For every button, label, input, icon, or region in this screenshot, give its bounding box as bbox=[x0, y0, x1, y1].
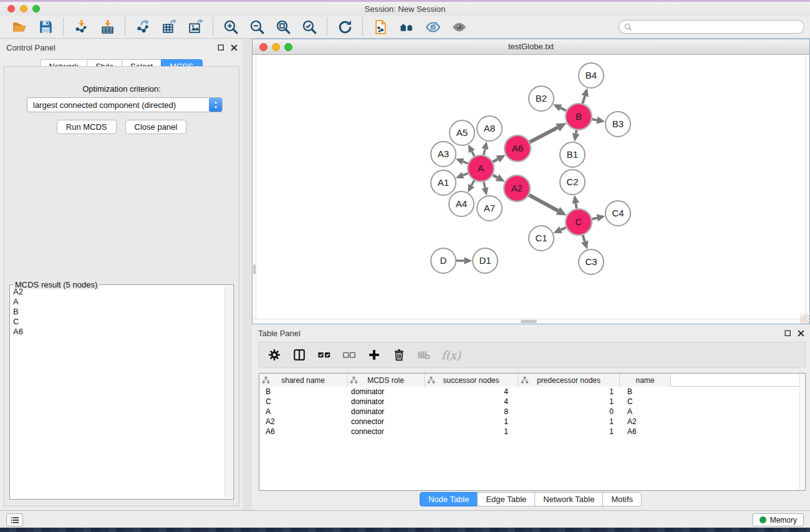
node-B1[interactable]: B1 bbox=[560, 142, 585, 167]
node-D1[interactable]: D1 bbox=[473, 248, 498, 273]
mcds-result-item[interactable]: C bbox=[11, 317, 224, 327]
table-row[interactable]: Cdominator41C bbox=[259, 397, 805, 407]
edge-C-C2[interactable] bbox=[576, 203, 576, 208]
edge-B-B1[interactable] bbox=[576, 130, 577, 134]
node-B[interactable]: B bbox=[566, 104, 592, 130]
task-history-button[interactable] bbox=[6, 513, 23, 526]
zoom-out-button[interactable] bbox=[244, 17, 270, 37]
node-A8[interactable]: A8 bbox=[477, 116, 502, 141]
close-panel-icon[interactable] bbox=[230, 43, 238, 51]
column-header-shared-name[interactable]: shared name bbox=[259, 374, 347, 387]
mcds-result-item[interactable]: A6 bbox=[11, 327, 224, 337]
search-input[interactable] bbox=[635, 21, 804, 32]
edge-C-C1[interactable] bbox=[561, 228, 566, 230]
columns-button[interactable] bbox=[289, 345, 309, 365]
memory-button[interactable]: Memory bbox=[753, 513, 804, 526]
edge-B-B4[interactable] bbox=[582, 96, 585, 104]
node-B4[interactable]: B4 bbox=[579, 63, 604, 88]
save-session-button[interactable] bbox=[32, 17, 59, 37]
edge-A-A7[interactable] bbox=[484, 181, 485, 188]
edge-C-C3[interactable] bbox=[583, 235, 585, 241]
tab-node-table[interactable]: Node Table bbox=[420, 492, 478, 506]
float-panel-icon[interactable] bbox=[217, 43, 225, 51]
edge-A6-B[interactable] bbox=[530, 127, 558, 142]
maximize-window-button[interactable] bbox=[32, 5, 40, 12]
edge-A-A3[interactable] bbox=[463, 162, 468, 163]
right-scrollbar-track[interactable] bbox=[805, 55, 809, 319]
mcds-result-item[interactable]: A bbox=[11, 297, 224, 307]
export-network-button[interactable] bbox=[130, 17, 156, 37]
node-B2[interactable]: B2 bbox=[529, 86, 554, 111]
edge-A-A4[interactable] bbox=[471, 180, 474, 185]
table-row[interactable]: Bdominator41B bbox=[259, 387, 805, 397]
column-header-MCDS-role[interactable]: MCDS role bbox=[347, 374, 425, 387]
open-file-button[interactable] bbox=[6, 17, 32, 37]
tab-network-table[interactable]: Network Table bbox=[534, 492, 603, 506]
edge-B-B3[interactable] bbox=[592, 119, 597, 120]
tab-edge-table[interactable]: Edge Table bbox=[477, 492, 535, 506]
run-mcds-button[interactable]: Run MCDS bbox=[57, 120, 117, 134]
node-A4[interactable]: A4 bbox=[449, 191, 474, 216]
node-A5[interactable]: A5 bbox=[450, 120, 475, 145]
node-A2[interactable]: A2 bbox=[504, 175, 530, 201]
network-document-button[interactable] bbox=[367, 17, 393, 37]
show-eye-button[interactable] bbox=[446, 17, 472, 37]
panel-splitter[interactable] bbox=[243, 39, 252, 510]
left-scrollbar-track[interactable] bbox=[253, 55, 256, 319]
minimize-window-button[interactable] bbox=[20, 5, 27, 12]
node-C3[interactable]: C3 bbox=[579, 249, 604, 274]
edge-A-A2[interactable] bbox=[493, 175, 497, 178]
edge-C-C4[interactable] bbox=[592, 218, 597, 219]
node-A3[interactable]: A3 bbox=[431, 142, 456, 167]
edge-A-A8[interactable] bbox=[484, 149, 485, 155]
mcds-result-item[interactable]: A2 bbox=[11, 287, 224, 297]
node-A6[interactable]: A6 bbox=[504, 135, 531, 162]
refresh-button[interactable] bbox=[332, 17, 358, 37]
import-network-button[interactable] bbox=[68, 17, 94, 37]
edge-A-A6[interactable] bbox=[493, 159, 498, 162]
table-row[interactable]: Adominator80A bbox=[259, 407, 805, 417]
column-header-successor-nodes[interactable]: successor nodes bbox=[425, 374, 518, 387]
node-A1[interactable]: A1 bbox=[431, 170, 456, 195]
window-resize-grip[interactable] bbox=[800, 314, 809, 324]
zoom-in-button[interactable] bbox=[218, 17, 244, 37]
column-header-predecessor-nodes[interactable]: predecessor nodes bbox=[518, 374, 620, 387]
tab-motifs[interactable]: Motifs bbox=[602, 492, 642, 506]
node-B3[interactable]: B3 bbox=[605, 112, 630, 137]
node-C4[interactable]: C4 bbox=[605, 201, 630, 226]
bottom-scrollbar-thumb[interactable] bbox=[521, 320, 537, 323]
node-D[interactable]: D bbox=[431, 248, 456, 273]
zoom-fit-button[interactable] bbox=[270, 17, 296, 37]
search-box[interactable] bbox=[619, 20, 804, 34]
left-scrollbar-thumb[interactable] bbox=[253, 264, 256, 274]
edge-B-B2[interactable] bbox=[561, 108, 566, 111]
close-window-button[interactable] bbox=[7, 5, 15, 12]
node-C1[interactable]: C1 bbox=[529, 226, 554, 251]
edge-A-A1[interactable] bbox=[463, 173, 468, 175]
node-A[interactable]: A bbox=[468, 155, 494, 181]
import-table-button[interactable] bbox=[94, 17, 120, 37]
float-panel-icon[interactable] bbox=[784, 329, 792, 337]
plus-button[interactable] bbox=[364, 345, 384, 365]
mcds-result-item[interactable]: B bbox=[11, 307, 224, 317]
edge-A2-C[interactable] bbox=[529, 195, 558, 211]
close-panel-button[interactable]: Close panel bbox=[125, 120, 187, 134]
edge-A-A5[interactable] bbox=[472, 152, 475, 157]
table-scrollbar-track[interactable] bbox=[799, 374, 805, 490]
mcds-list-scrollbar[interactable] bbox=[224, 286, 233, 498]
network-canvas[interactable]: AA1A2A3A4A5A6A7A8BB1B2B3B4CC1C2C3C4DD1 bbox=[253, 55, 809, 324]
close-panel-icon[interactable] bbox=[797, 329, 805, 337]
column-header-name[interactable]: name bbox=[620, 374, 671, 387]
export-table-button[interactable] bbox=[156, 17, 182, 37]
node-C[interactable]: C bbox=[566, 209, 592, 235]
home-layout-button[interactable] bbox=[393, 17, 420, 37]
table-row[interactable]: A6connector11A6 bbox=[259, 427, 805, 437]
hide-eye-button[interactable] bbox=[420, 17, 446, 37]
gear-button[interactable] bbox=[264, 345, 284, 365]
node-C2[interactable]: C2 bbox=[560, 170, 585, 195]
node-A7[interactable]: A7 bbox=[477, 196, 502, 221]
trash-button[interactable] bbox=[389, 345, 409, 365]
zoom-selected-button[interactable] bbox=[296, 17, 322, 37]
uncheck-pair-button[interactable] bbox=[339, 345, 359, 365]
optimization-criterion-select[interactable]: largest connected component (directed) bbox=[27, 97, 223, 112]
